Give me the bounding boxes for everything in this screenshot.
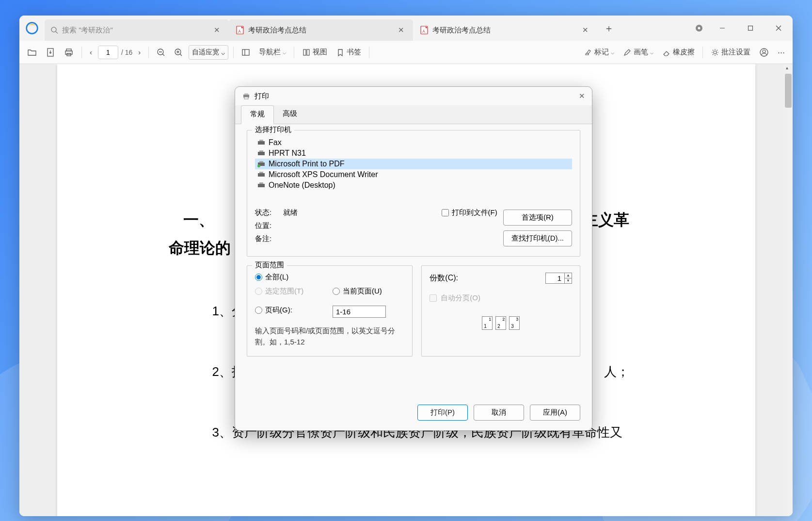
printer-name: Fax bbox=[269, 138, 282, 147]
sidebar-toggle-button[interactable] bbox=[239, 46, 253, 59]
tab-close-icon[interactable]: ✕ bbox=[395, 25, 407, 35]
user-icon bbox=[759, 48, 769, 57]
annot-label: 批注设置 bbox=[721, 48, 750, 57]
tab-active[interactable]: 人 考研政治考点总结 ✕ bbox=[229, 19, 413, 41]
spinner-down[interactable]: ▼ bbox=[565, 278, 572, 283]
prev-page-button[interactable]: ‹ bbox=[87, 46, 95, 58]
chevron-down-icon: ⌵ bbox=[611, 49, 614, 56]
save-button[interactable] bbox=[43, 46, 58, 59]
spinner-up[interactable]: ▲ bbox=[565, 273, 572, 278]
printer-item[interactable]: Fax bbox=[255, 137, 572, 148]
radio-all[interactable] bbox=[255, 274, 262, 281]
dialog-tabs: 常规 高级 bbox=[235, 105, 592, 124]
printer-item-selected[interactable]: Microsoft Print to PDF bbox=[255, 159, 572, 169]
radio-selection-label: 选定范围(T) bbox=[265, 287, 303, 296]
svg-text:人: 人 bbox=[422, 30, 426, 33]
svg-line-19 bbox=[162, 54, 164, 56]
zoom-out-button[interactable] bbox=[154, 46, 168, 59]
svg-rect-36 bbox=[258, 152, 265, 155]
tab-close-icon[interactable]: ✕ bbox=[579, 25, 591, 35]
open-button[interactable] bbox=[24, 46, 40, 59]
print-to-file-checkbox[interactable] bbox=[442, 209, 449, 216]
highlight-button[interactable]: 标记 ⌵ bbox=[581, 46, 617, 59]
window-controls bbox=[695, 16, 793, 41]
svg-rect-33 bbox=[244, 97, 248, 99]
svg-rect-15 bbox=[65, 51, 72, 54]
svg-line-2 bbox=[56, 32, 58, 33]
copies-spinner[interactable]: ▲▼ bbox=[565, 273, 572, 284]
print-button[interactable] bbox=[61, 46, 77, 59]
pdf-icon: 人 bbox=[236, 26, 244, 34]
scroll-up-icon[interactable]: ▴ bbox=[786, 65, 788, 70]
find-printer-button[interactable]: 查找打印机(D)... bbox=[503, 230, 572, 246]
view-button[interactable]: 视图 bbox=[299, 46, 330, 59]
svg-rect-44 bbox=[259, 182, 263, 184]
view-icon bbox=[302, 48, 311, 57]
svg-line-23 bbox=[180, 54, 182, 56]
copies-group: 份数(C): ▲▼ 自动分页(O) bbox=[421, 265, 580, 357]
user-button[interactable] bbox=[756, 46, 772, 59]
print-to-file-label: 打印到文件(F) bbox=[452, 208, 497, 217]
minimize-button[interactable] bbox=[708, 16, 736, 41]
printer-icon bbox=[64, 48, 74, 57]
page-range-label: 页面范围 bbox=[252, 260, 287, 270]
status-label: 状态: bbox=[255, 208, 271, 217]
add-tab-button[interactable]: ＋ bbox=[597, 16, 621, 41]
more-button[interactable]: ⋯ bbox=[775, 46, 788, 59]
svg-point-8 bbox=[698, 27, 701, 30]
search-tab[interactable]: 搜索 "考研政治" ✕ bbox=[45, 19, 229, 41]
pen-button[interactable]: 画笔 ⌵ bbox=[620, 46, 656, 59]
print-button[interactable]: 打印(P) bbox=[417, 405, 468, 421]
collate-label: 自动分页(O) bbox=[441, 293, 480, 303]
svg-rect-26 bbox=[303, 49, 306, 55]
dialog-close-button[interactable]: ✕ bbox=[579, 92, 585, 100]
page-total: / 16 bbox=[121, 49, 132, 56]
svg-point-30 bbox=[763, 50, 765, 53]
scrollbar[interactable]: ▴ bbox=[784, 64, 793, 516]
printer-name: OneNote (Desktop) bbox=[269, 181, 335, 190]
printer-item[interactable]: OneNote (Desktop) bbox=[255, 180, 572, 191]
bookmark-label: 书签 bbox=[347, 48, 361, 57]
tab-advanced[interactable]: 高级 bbox=[274, 105, 306, 124]
tab-label: 考研政治考点总结 bbox=[248, 26, 391, 35]
close-button[interactable] bbox=[764, 16, 793, 41]
heading-prefix: 一、 bbox=[183, 210, 214, 231]
disc-icon[interactable] bbox=[695, 24, 703, 33]
copies-input[interactable] bbox=[545, 273, 565, 284]
next-page-button[interactable]: › bbox=[135, 46, 143, 58]
radio-pages[interactable] bbox=[255, 307, 262, 314]
svg-rect-35 bbox=[259, 140, 263, 141]
maximize-button[interactable] bbox=[736, 16, 764, 41]
annotation-settings-button[interactable]: 批注设置 bbox=[708, 46, 753, 59]
nav-button[interactable]: 导航栏 ⌵ bbox=[256, 46, 289, 59]
app-logo-icon bbox=[25, 21, 39, 35]
view-label: 视图 bbox=[313, 48, 327, 57]
printer-list[interactable]: Fax HPRT N31 Microsoft Print to PDF Micr… bbox=[255, 137, 572, 200]
eraser-button[interactable]: 橡皮擦 bbox=[659, 46, 698, 59]
scroll-thumb[interactable] bbox=[785, 74, 792, 108]
printer-icon bbox=[257, 171, 266, 178]
page-input[interactable] bbox=[98, 46, 118, 59]
bookmark-button[interactable]: 书签 bbox=[333, 46, 364, 59]
tab-label: 考研政治考点总结 bbox=[432, 26, 575, 35]
preferences-button[interactable]: 首选项(R) bbox=[503, 210, 572, 226]
printer-item[interactable]: Microsoft XPS Document Writer bbox=[255, 169, 572, 180]
apply-button[interactable]: 应用(A) bbox=[530, 405, 580, 421]
pages-input[interactable] bbox=[333, 306, 386, 318]
zoom-select[interactable]: 自适应宽⌵ bbox=[189, 45, 228, 60]
printer-icon bbox=[257, 182, 266, 189]
search-close-icon[interactable]: ✕ bbox=[211, 25, 223, 35]
zoom-in-icon bbox=[174, 48, 183, 57]
svg-text:人: 人 bbox=[238, 30, 241, 33]
printer-item[interactable]: HPRT N31 bbox=[255, 148, 572, 159]
svg-rect-39 bbox=[259, 161, 263, 163]
dialog-titlebar: 打印 ✕ bbox=[235, 87, 592, 105]
svg-rect-34 bbox=[258, 141, 265, 145]
tab-inactive[interactable]: 人 考研政治考点总结 ✕ bbox=[413, 19, 597, 41]
cancel-button[interactable]: 取消 bbox=[474, 405, 524, 421]
tab-general[interactable]: 常规 bbox=[241, 105, 274, 124]
radio-current[interactable] bbox=[333, 288, 340, 295]
zoom-in-button[interactable] bbox=[171, 46, 186, 59]
printer-name: Microsoft Print to PDF bbox=[269, 160, 344, 168]
dialog-footer: 打印(P) 取消 应用(A) bbox=[235, 397, 592, 430]
